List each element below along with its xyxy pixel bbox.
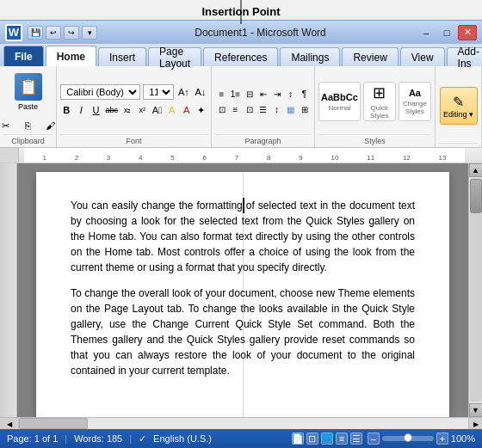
sort-button[interactable]: ↕ (284, 86, 297, 101)
hscroll-track[interactable] (19, 418, 468, 429)
zoom-in-button[interactable]: + (436, 433, 448, 445)
underline-button[interactable]: U (90, 102, 102, 118)
zoom-thumb (404, 433, 412, 442)
top-area: W 💾 ↩ ↪ ▾ Document1 - Microsoft Word – □… (0, 20, 482, 148)
font-size-select[interactable]: 11 (143, 84, 174, 100)
tab-insert[interactable]: Insert (98, 47, 146, 66)
paste-button[interactable]: 📋 Paste (0, 69, 61, 115)
paragraph-label: Paragraph (215, 134, 311, 147)
change-styles-button[interactable]: Aa ChangeStyles (399, 82, 431, 121)
shrink-font-button[interactable]: A↓ (194, 83, 207, 101)
numbering-button[interactable]: 1≡ (229, 86, 242, 101)
tab-review[interactable]: Review (342, 47, 398, 66)
strikethrough-button[interactable]: abc (105, 102, 120, 118)
save-quick-btn[interactable]: 💾 (28, 26, 43, 40)
editing-button[interactable]: ✎ Editing ▾ (440, 87, 478, 125)
justify-button[interactable]: ☰ (256, 101, 269, 117)
bullets-button[interactable]: ≡ (215, 86, 228, 101)
undo-quick-btn[interactable]: ↩ (46, 26, 61, 40)
highlight-button[interactable]: A (166, 102, 178, 118)
decrease-indent-button[interactable]: ⇤ (256, 86, 269, 101)
align-left-button[interactable]: ⊡ (215, 101, 228, 117)
web-view-button[interactable]: 🌐 (321, 433, 333, 445)
italic-button[interactable]: I (75, 102, 87, 118)
font-color-button[interactable]: A (181, 102, 193, 118)
scroll-up-button[interactable]: ▲ (469, 163, 483, 177)
show-marks-button[interactable]: ¶ (298, 86, 311, 101)
qat-dropdown-btn[interactable]: ▾ (82, 26, 97, 40)
style-normal[interactable]: AaBbCc Normal (318, 82, 361, 121)
ribbon-content: 📋 Paste ✂ ⎘ 🖌 Clipboard Calibri (0, 66, 482, 148)
tab-references[interactable]: References (203, 47, 278, 66)
tab-mailings[interactable]: Mailings (280, 47, 340, 66)
copy-button[interactable]: ⎘ (18, 117, 39, 134)
view-buttons: 📄 ⊡ 🌐 ≡ ☰ (292, 433, 362, 445)
page-info: Page: 1 of 1 (7, 433, 58, 444)
hscroll-right[interactable]: ▶ (468, 418, 482, 430)
styles-group: AaBbCc Normal ⊞ QuickStyles Aa ChangeSty… (315, 66, 436, 147)
editing-icon: ✎ (453, 94, 464, 110)
editing-group: ✎ Editing ▾ (436, 66, 482, 147)
hscroll-left[interactable]: ◀ (0, 418, 19, 430)
clipboard-label: Clipboard (3, 134, 53, 147)
quick-styles-button[interactable]: ⊞ QuickStyles (363, 82, 396, 121)
spell-check-icon[interactable]: ✓ (139, 433, 146, 445)
zoom-slider[interactable] (382, 436, 434, 441)
status-right: 📄 ⊡ 🌐 ≡ ☰ – + 100% (292, 433, 475, 445)
ruler-inner: 12345678910111213 (24, 148, 465, 163)
minimize-button[interactable]: – (417, 25, 436, 40)
align-center-button[interactable]: ≡ (229, 101, 242, 117)
document-scroll[interactable]: You can easily change the formatting of … (17, 163, 468, 417)
scroll-track[interactable] (470, 179, 482, 402)
borders-button[interactable]: ⊞ (298, 101, 311, 117)
hscroll-thumb[interactable] (19, 418, 88, 429)
zoom-control: – + 100% (368, 433, 475, 445)
horizontal-ruler: 12345678910111213 (0, 148, 482, 163)
align-right-button[interactable]: ⊡ (243, 101, 256, 117)
font-name-select[interactable]: Calibri (Body) (60, 84, 140, 100)
font-group: Calibri (Body) 11 A↑ A↓ B I U abc x₂ (57, 66, 212, 147)
cut-button[interactable]: ✂ (0, 117, 16, 134)
draft-view-button[interactable]: ☰ (350, 433, 362, 445)
styles-label: Styles (318, 134, 431, 147)
close-button[interactable]: ✕ (458, 25, 477, 40)
tab-home[interactable]: Home (46, 46, 96, 66)
tab-add-ins[interactable]: Add-Ins (447, 47, 482, 66)
status-bar: Page: 1 of 1 | Words: 185 | ✓ English (U… (0, 429, 482, 448)
zoom-level: 100% (451, 433, 475, 444)
increase-indent-button[interactable]: ⇥ (270, 86, 283, 101)
outline-view-button[interactable]: ≡ (336, 433, 348, 445)
scroll-thumb[interactable] (470, 179, 482, 213)
superscript-button[interactable]: x² (136, 102, 148, 118)
font-format-row: B I U abc x₂ x² A⃞ A A ✦ (60, 102, 207, 118)
fullscreen-view-button[interactable]: ⊡ (306, 433, 318, 445)
app-window: Insertion Point W 💾 ↩ ↪ ▾ Document1 - Mi… (0, 0, 482, 448)
tab-page-layout[interactable]: Page Layout (148, 47, 201, 66)
grow-font-button[interactable]: A↑ (176, 83, 190, 101)
title-text: Document1 - Microsoft Word (104, 27, 417, 39)
editing-inner: ✎ Editing ▾ (440, 69, 478, 143)
para-row-1: ≡ 1≡ ⊟ ⇤ ⇥ ↕ ¶ (215, 86, 311, 101)
tab-file[interactable]: File (3, 46, 44, 66)
ruler-marks: 12345678910111213 (24, 154, 465, 163)
styles-inner: AaBbCc Normal ⊞ QuickStyles Aa ChangeSty… (318, 69, 431, 134)
maximize-button[interactable]: □ (437, 25, 456, 40)
text-cursor (243, 198, 244, 213)
text-effects-button[interactable]: A⃞ (151, 102, 163, 118)
shading-button[interactable]: ▦ (284, 101, 297, 117)
clipboard-group: 📋 Paste ✂ ⎘ 🖌 Clipboard (0, 66, 57, 147)
redo-quick-btn[interactable]: ↪ (64, 26, 79, 40)
change-styles-label: ChangeStyles (403, 100, 427, 115)
zoom-out-button[interactable]: – (368, 433, 380, 445)
print-view-button[interactable]: 📄 (292, 433, 304, 445)
tab-view[interactable]: View (400, 47, 445, 66)
multilevel-button[interactable]: ⊟ (243, 86, 256, 101)
change-styles-text: Aa (409, 88, 421, 98)
subscript-button[interactable]: x₂ (121, 102, 133, 118)
vertical-scrollbar: ▲ ▼ (468, 163, 482, 417)
insertion-point-label: Insertion Point (0, 0, 482, 20)
bold-button[interactable]: B (60, 102, 72, 118)
line-spacing-button[interactable]: ↕ (270, 101, 283, 117)
clear-format-button[interactable]: ✦ (195, 102, 207, 118)
scroll-down-button[interactable]: ▼ (469, 403, 483, 417)
